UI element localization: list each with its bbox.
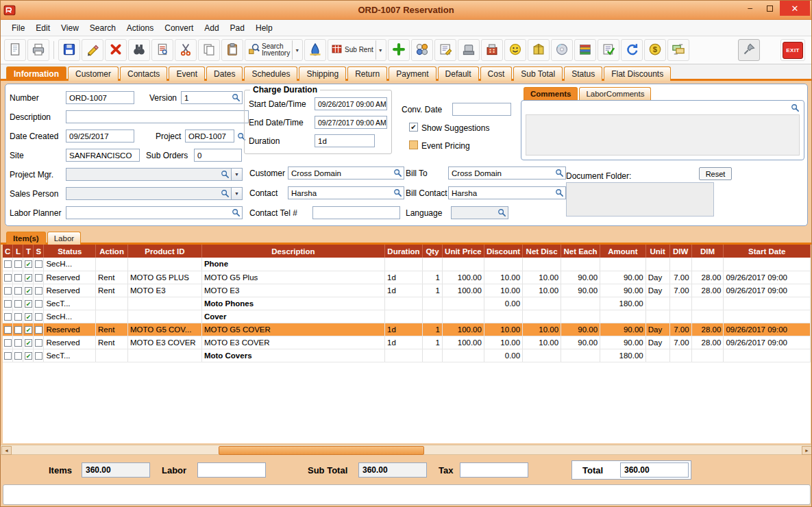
contact-search-icon[interactable] bbox=[393, 188, 402, 197]
ink-drop-button[interactable] bbox=[304, 39, 326, 61]
notes-check-button[interactable] bbox=[598, 39, 619, 61]
cell-check-t[interactable]: ✔ bbox=[23, 310, 34, 323]
col-header-diw[interactable]: DIW bbox=[669, 245, 691, 258]
cell-net_disc[interactable]: 10.00 bbox=[523, 284, 561, 297]
unchecked-checkbox-icon[interactable] bbox=[35, 300, 42, 308]
cell-net_disc[interactable] bbox=[523, 349, 561, 362]
document-folder-box[interactable] bbox=[566, 182, 714, 217]
col-header-l[interactable]: L bbox=[13, 245, 23, 258]
cell-amount[interactable] bbox=[600, 258, 646, 271]
cell-description[interactable]: MOTO G5 COVER bbox=[201, 323, 384, 336]
cell-diw[interactable]: 7.00 bbox=[669, 284, 691, 297]
cell-start_date[interactable]: 09/26/2017 09:00 bbox=[724, 271, 811, 284]
cell-status[interactable]: Reserved bbox=[44, 336, 96, 349]
cell-product_id[interactable] bbox=[127, 258, 201, 271]
pin-button[interactable] bbox=[738, 39, 760, 61]
tab-information[interactable]: Information bbox=[6, 66, 66, 81]
cell-check-l[interactable] bbox=[13, 349, 23, 362]
money-exchange-button[interactable] bbox=[667, 39, 689, 61]
cell-discount[interactable]: 10.00 bbox=[484, 323, 522, 336]
unchecked-checkbox-icon[interactable] bbox=[35, 326, 42, 334]
cell-qty[interactable]: 1 bbox=[423, 271, 443, 284]
col-header-net-each[interactable]: Net Each bbox=[561, 245, 600, 258]
scroll-right-arrow[interactable]: ► bbox=[802, 446, 812, 455]
view-document-button[interactable] bbox=[151, 39, 173, 61]
cell-unit_price[interactable] bbox=[442, 349, 484, 362]
number-field[interactable]: ORD-1007 bbox=[66, 91, 134, 104]
unchecked-checkbox-icon[interactable] bbox=[14, 352, 22, 360]
description-field[interactable] bbox=[66, 110, 249, 123]
cell-net_each[interactable] bbox=[561, 297, 600, 310]
disc-button[interactable] bbox=[551, 39, 573, 61]
cell-status[interactable]: Reserved bbox=[44, 271, 96, 284]
cell-check-s[interactable] bbox=[34, 297, 44, 310]
cell-net_each[interactable] bbox=[561, 258, 600, 271]
cell-unit_price[interactable] bbox=[442, 297, 484, 310]
scroll-left-arrow[interactable]: ◄ bbox=[1, 446, 12, 455]
catalog-books-button[interactable] bbox=[574, 39, 596, 61]
cell-dim[interactable] bbox=[691, 310, 724, 323]
menu-file[interactable]: File bbox=[6, 21, 30, 35]
menu-view[interactable]: View bbox=[56, 21, 84, 35]
unchecked-checkbox-icon[interactable] bbox=[4, 313, 12, 321]
table-row[interactable]: ✔SecH...Phone bbox=[3, 258, 811, 271]
sub-orders-field[interactable]: 0 bbox=[194, 149, 242, 162]
cell-check-s[interactable] bbox=[34, 284, 44, 297]
project-mgr-dropdown-arrow[interactable]: ▼ bbox=[231, 168, 243, 181]
cell-action[interactable] bbox=[96, 258, 128, 271]
unchecked-checkbox-icon[interactable] bbox=[4, 260, 12, 268]
menu-actions[interactable]: Actions bbox=[121, 21, 159, 35]
cell-check-c[interactable] bbox=[3, 297, 13, 310]
cell-net_each[interactable] bbox=[561, 349, 600, 362]
cell-dim[interactable] bbox=[691, 258, 724, 271]
project-mgr-search-icon[interactable] bbox=[221, 170, 230, 179]
checked-checkbox-icon[interactable]: ✔ bbox=[25, 274, 32, 282]
cell-diw[interactable]: 7.00 bbox=[669, 323, 691, 336]
cell-product_id[interactable]: MOTO G5 PLUS bbox=[127, 271, 201, 284]
cell-amount[interactable]: 180.00 bbox=[600, 297, 646, 310]
tab-item-s[interactable]: Item(s) bbox=[6, 232, 46, 245]
cell-unit_price[interactable] bbox=[442, 310, 484, 323]
unchecked-checkbox-icon[interactable] bbox=[14, 287, 22, 295]
version-search-icon[interactable] bbox=[232, 93, 241, 102]
bill-contact-search-icon[interactable] bbox=[555, 188, 564, 197]
cell-check-s[interactable] bbox=[34, 336, 44, 349]
tab-shipping[interactable]: Shipping bbox=[299, 66, 346, 81]
col-header-dim[interactable]: DIM bbox=[691, 245, 724, 258]
tab-labor[interactable]: Labor bbox=[47, 232, 81, 245]
search-inventory-button[interactable]: Search Inventory▼ bbox=[245, 39, 303, 61]
cell-check-c[interactable] bbox=[3, 284, 13, 297]
language-field[interactable] bbox=[451, 206, 508, 219]
cell-status[interactable]: SecT... bbox=[44, 297, 96, 310]
unchecked-checkbox-icon[interactable] bbox=[35, 287, 42, 295]
cell-qty[interactable]: 1 bbox=[423, 336, 443, 349]
cell-start_date[interactable] bbox=[724, 297, 811, 310]
customer-field[interactable]: Cross Domain bbox=[288, 166, 404, 180]
cell-net_disc[interactable]: 10.00 bbox=[523, 336, 561, 349]
cell-discount[interactable]: 10.00 bbox=[484, 271, 522, 284]
paste-button[interactable] bbox=[221, 39, 243, 61]
comments-search-icon[interactable] bbox=[791, 103, 800, 112]
col-header-qty[interactable]: Qty bbox=[423, 245, 443, 258]
cell-net_disc[interactable]: 10.00 bbox=[523, 271, 561, 284]
tab-return[interactable]: Return bbox=[347, 66, 387, 81]
cell-check-t[interactable]: ✔ bbox=[23, 349, 34, 362]
end-datetime-field[interactable]: 09/27/2017 09:00 AM bbox=[315, 116, 387, 129]
cell-check-l[interactable] bbox=[13, 271, 23, 284]
col-header-net-disc[interactable]: Net Disc bbox=[523, 245, 561, 258]
smiley-button[interactable] bbox=[504, 39, 526, 61]
cell-qty[interactable] bbox=[423, 258, 443, 271]
checked-checkbox-icon[interactable]: ✔ bbox=[25, 326, 32, 334]
cell-diw[interactable] bbox=[669, 310, 691, 323]
minimize-button[interactable]: – bbox=[740, 1, 760, 16]
col-header-unit-price[interactable]: Unit Price bbox=[442, 245, 484, 258]
tab-schedules[interactable]: Schedules bbox=[244, 66, 297, 81]
cell-unit_price[interactable] bbox=[442, 258, 484, 271]
cell-dim[interactable] bbox=[691, 297, 724, 310]
cell-unit[interactable] bbox=[645, 310, 669, 323]
unchecked-checkbox-icon[interactable] bbox=[35, 260, 42, 268]
cell-check-c[interactable] bbox=[3, 258, 13, 271]
col-header-discount[interactable]: Discount bbox=[484, 245, 522, 258]
cell-diw[interactable] bbox=[669, 297, 691, 310]
cell-unit[interactable] bbox=[645, 349, 669, 362]
